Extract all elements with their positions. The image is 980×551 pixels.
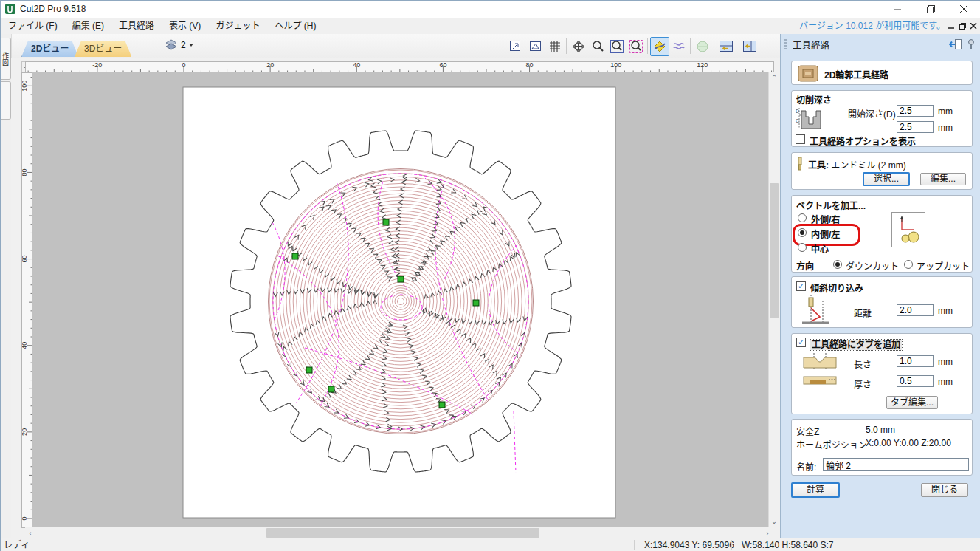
drawing-canvas[interactable] [32,72,768,527]
tab-thickness-input[interactable] [897,375,934,387]
tab-length-input[interactable] [897,355,934,367]
layers-icon [165,38,178,52]
layout-right-icon [742,39,757,54]
radio-outside-right[interactable] [798,213,807,222]
layout-toggle-right-button[interactable] [740,37,759,56]
job-setup-button[interactable] [526,37,545,56]
zoom-selected-button[interactable] [627,37,646,56]
mdi-restore-button[interactable] [957,20,968,32]
cut-depth-input[interactable] [897,121,934,133]
radio-center[interactable] [798,243,807,252]
radio-upcut[interactable] [904,260,913,269]
machine-vectors-header: ベクトルを加工... [796,199,866,211]
menu-file[interactable]: ファイル (F) [1,18,65,34]
zoom-extents-button[interactable] [506,37,525,56]
tabs-checkbox[interactable]: ✓ [796,338,806,347]
tool-select-button[interactable]: 選択... [863,172,910,186]
minimize-icon [894,5,902,13]
ramp-icon [801,295,830,326]
gear-toolpath-drawing [32,72,768,527]
toolpath-curves-button[interactable] [669,37,689,56]
panel-drag-grip[interactable] [784,39,787,51]
mdi-close-button[interactable] [968,20,979,32]
svg-text:D: D [796,109,799,114]
start-depth-label: 開始深さ(D) [848,107,896,120]
svg-text:C: C [796,118,799,123]
direction-label: 方向 [796,259,814,272]
magnifier-icon [590,39,605,54]
window-close-button[interactable] [948,1,980,17]
upcut-label: アップカット [917,259,970,272]
ramp-distance-input[interactable] [897,304,934,316]
menu-help[interactable]: ヘルプ (H) [267,18,323,34]
horizontal-scrollbar[interactable]: ‹ › [25,527,773,538]
zoom-button[interactable] [588,37,607,56]
tab-secondary-vertical[interactable] [1,81,11,120]
close-panel-button[interactable]: 閉じる [921,483,968,497]
application-window: Cut2D Pro 9.518 ファイル (F) 編集 (E) 工具経路 表示 … [0,0,980,551]
vertical-scroll-thumb[interactable] [770,183,779,318]
panel-header: 工具経路 [781,38,980,52]
start-depth-input[interactable] [897,105,934,117]
svg-text:20: 20 [21,428,28,436]
app-icon [5,4,15,14]
scroll-up-icon[interactable]: ⌃ [769,72,779,83]
scroll-left-icon[interactable]: ‹ [25,527,35,538]
tab-2d-view[interactable]: 2Dビュー [21,41,78,57]
endmill-icon [797,157,803,171]
horizontal-scroll-thumb[interactable] [266,528,539,538]
downcut-label: ダウンカット [846,259,899,272]
layout-left-icon [719,39,734,54]
tab-thickness-unit: mm [938,377,953,387]
radio-downcut[interactable] [833,260,842,269]
grid-icon [548,39,562,54]
window-minimize-button[interactable] [881,1,914,17]
svg-text:60: 60 [439,61,446,69]
vertical-scrollbar[interactable]: ⌃ ⌄ [768,72,779,527]
pin-icon[interactable] [967,38,976,50]
mdi-minimize-button[interactable] [946,20,957,32]
position-info-box: 安全Z 5.0 mm ホームポジション X:0.00 Y:0.00 Z:20.0… [791,419,973,476]
tool-label-prefix: 工具: [808,160,829,171]
cut-depth-unit: mm [938,123,953,133]
layout-toggle-left-button[interactable] [717,37,736,56]
update-notification-link[interactable]: バージョン 10.012 が利用可能です。 [799,18,945,34]
snap-toggle-button[interactable] [650,37,669,56]
layer-count: 2 [181,40,186,50]
menu-toolpath[interactable]: 工具経路 [111,18,162,34]
tab-drawing-vertical[interactable]: 作図 [1,38,11,80]
close-icon [970,23,977,30]
window-restore-button[interactable] [914,1,948,17]
curves-icon [672,39,686,54]
zoom-window-button[interactable] [607,37,627,56]
dock-panel-icon[interactable] [949,38,962,50]
job-setup-icon [528,39,543,54]
layer-selector[interactable]: 2 [165,38,194,52]
tab-3d-view[interactable]: 3Dビュー [75,41,131,57]
ramp-box: ✓ 傾斜切り込み 距離 mm [791,276,973,328]
pan-button[interactable] [569,37,588,56]
solid-view-button[interactable] [693,37,712,56]
zoom-extents-icon [508,39,523,54]
menu-gadgets[interactable]: ガジェット [208,18,267,34]
calculate-button[interactable]: 計算 [791,482,840,498]
scroll-down-icon[interactable]: ⌄ [769,516,779,527]
home-position-label: ホームポジション [796,438,867,451]
grid-toggle-button[interactable] [545,37,565,56]
ramp-checkbox[interactable]: ✓ [796,281,806,291]
show-options-checkbox[interactable] [796,134,805,144]
scroll-right-icon[interactable]: › [762,527,773,538]
panel-title: 工具経路 [793,38,829,52]
svg-text:80: 80 [526,61,534,69]
svg-text:120: 120 [697,61,708,69]
tool-edit-button[interactable]: 編集... [920,173,966,185]
svg-text:0: 0 [182,61,185,69]
toolpath-type-box: 2D輪郭工具経路 [791,61,973,85]
toolpath-name-input[interactable] [823,458,969,471]
menu-view[interactable]: 表示 (V) [162,18,208,34]
tabs-label: 工具経路にタブを追加 [810,338,902,350]
menu-edit[interactable]: 編集 (E) [65,18,111,34]
ramp-label: 傾斜切り込み [810,281,863,294]
tabs-box: ✓ 工具経路にタブを追加 長さ mm 厚さ mm タブ編集... [791,333,973,414]
edit-tabs-button[interactable]: タブ編集... [886,396,938,409]
